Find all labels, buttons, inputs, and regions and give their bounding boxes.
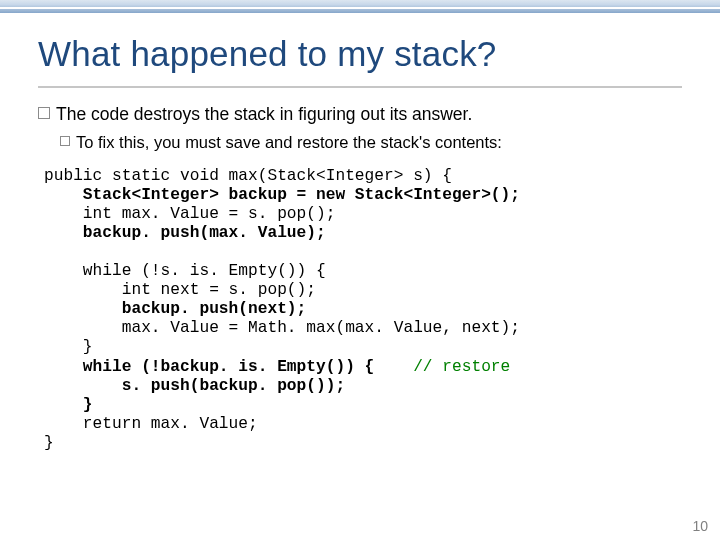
code-line: } bbox=[44, 338, 93, 356]
slide-title: What happened to my stack? bbox=[38, 34, 682, 74]
slide-content: What happened to my stack? The code dest… bbox=[0, 0, 720, 540]
square-bullet-icon bbox=[60, 136, 70, 146]
code-line: while (!s. is. Empty()) { bbox=[44, 262, 326, 280]
code-line: int max. Value = s. pop(); bbox=[44, 205, 335, 223]
code-line bbox=[44, 186, 83, 204]
square-bullet-icon bbox=[38, 107, 50, 119]
page-number: 10 bbox=[692, 518, 708, 534]
bullet-2-text: To fix this, you must save and restore t… bbox=[76, 132, 502, 153]
title-underline bbox=[38, 86, 682, 88]
bullet-level-2: To fix this, you must save and restore t… bbox=[60, 132, 682, 153]
code-line bbox=[374, 358, 413, 376]
code-line bbox=[44, 300, 122, 318]
code-comment: // restore bbox=[413, 358, 510, 376]
code-line bbox=[44, 396, 83, 414]
code-line bbox=[44, 358, 83, 376]
code-line-bold: s. push(backup. pop()); bbox=[122, 377, 345, 395]
code-line: return max. Value; bbox=[44, 415, 258, 433]
bullet-level-1: The code destroys the stack in figuring … bbox=[38, 104, 682, 126]
code-line: } bbox=[44, 434, 54, 452]
code-line: int next = s. pop(); bbox=[44, 281, 316, 299]
code-line: public static void max(Stack<Integer> s)… bbox=[44, 167, 452, 185]
code-block: public static void max(Stack<Integer> s)… bbox=[44, 167, 682, 454]
code-line-bold: } bbox=[83, 396, 93, 414]
code-line: max. Value = Math. max(max. Value, next)… bbox=[44, 319, 520, 337]
code-line-bold: Stack<Integer> backup = new Stack<Intege… bbox=[83, 186, 520, 204]
bullet-1-text: The code destroys the stack in figuring … bbox=[56, 104, 472, 126]
code-line-bold: backup. push(next); bbox=[122, 300, 307, 318]
code-line-bold: backup. push(max. Value); bbox=[83, 224, 326, 242]
code-line-bold: while (!backup. is. Empty()) { bbox=[83, 358, 374, 376]
code-line bbox=[44, 224, 83, 242]
code-line bbox=[44, 377, 122, 395]
